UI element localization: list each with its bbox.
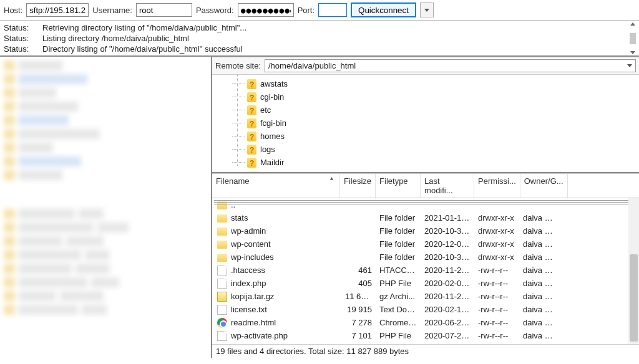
port-input[interactable] [318, 3, 347, 17]
file-row[interactable]: kopija.tar.gz11 657 ...gz Archi...2020-1… [212, 290, 639, 303]
column-owner[interactable]: Owner/G... [520, 174, 568, 198]
file-row[interactable]: .htaccess461HTACCE...2020-11-23...-rw-r-… [212, 264, 639, 277]
password-input[interactable] [238, 3, 294, 17]
tree-item[interactable]: Maildir [247, 156, 639, 169]
tree-item[interactable]: logs [247, 143, 639, 156]
txt-icon [217, 305, 227, 315]
tree-item-label: etc [260, 103, 271, 117]
file-row[interactable]: readme.html7 278Chrome ...2020-06-26...-… [212, 316, 639, 329]
file-type: Chrome ... [376, 316, 421, 329]
folder-icon [217, 254, 227, 262]
file-owner: daiva da... [519, 237, 557, 251]
unknown-folder-icon [247, 158, 256, 168]
file-name: index.php [231, 277, 266, 290]
column-filename[interactable]: Filename▲ [212, 174, 340, 198]
file-icon [217, 344, 227, 345]
tree-line [237, 75, 238, 166]
remote-pane: Remote site: /home/daiva/public_html aws… [212, 57, 639, 358]
file-row[interactable]: wp-blog-header.php351PHP File2020-02-06.… [212, 342, 639, 344]
file-name: wp-includes [231, 251, 274, 264]
password-label: Password: [196, 6, 234, 15]
log-scrollbar[interactable] [628, 22, 638, 54]
file-permissions: drwxr-xr-x [474, 211, 519, 224]
file-permissions: -rw-r--r-- [474, 277, 519, 290]
host-input[interactable] [26, 3, 89, 17]
column-modified[interactable]: Last modifi... [421, 174, 474, 198]
file-name: wp-blog-header.php [231, 342, 303, 344]
file-icon [217, 331, 227, 341]
file-modified: 2020-10-30... [421, 251, 474, 264]
scroll-thumb[interactable] [630, 254, 638, 342]
username-label: Username: [92, 6, 132, 15]
chevron-down-icon [627, 64, 632, 67]
username-input[interactable] [136, 3, 192, 17]
file-size: 7 278 [341, 316, 376, 329]
log-row: Status:Directory listing of "/home/daiva… [4, 44, 635, 54]
file-size: 11 657 ... [341, 290, 376, 303]
file-row[interactable]: license.txt19 915Text Doc...2020-02-12..… [212, 303, 639, 316]
log-row: Status:Retrieving directory listing of "… [4, 22, 635, 33]
quickconnect-button[interactable]: Quickconnect [351, 2, 416, 17]
file-permissions: -rw-r--r-- [474, 316, 519, 329]
host-label: Host: [4, 6, 22, 15]
tree-item[interactable]: fcgi-bin [247, 117, 639, 130]
file-size: 7 101 [341, 329, 376, 342]
port-label: Port: [298, 6, 315, 15]
file-row[interactable]: wp-includesFile folder2020-10-30...drwxr… [212, 251, 639, 264]
file-name: license.txt [231, 303, 267, 316]
file-permissions: -rw-r--r-- [474, 329, 519, 342]
column-filetype[interactable]: Filetype [376, 174, 421, 198]
file-name: wp-admin [231, 224, 266, 237]
file-type: Text Doc... [376, 303, 421, 316]
tree-item-label: logs [260, 143, 275, 156]
file-icon [217, 279, 227, 289]
log-row: Status:Listing directory /home/daiva/pub… [4, 33, 635, 44]
tree-item[interactable]: +public_html [236, 169, 639, 173]
file-row[interactable]: statsFile folder2021-01-11...drwxr-xr-xd… [212, 211, 639, 224]
tree-item[interactable]: awstats [247, 77, 639, 90]
file-list-header: Filename▲ Filesize Filetype Last modifi.… [212, 174, 639, 198]
file-type: PHP File [376, 329, 421, 342]
remote-path-field[interactable]: /home/daiva/public_html [265, 59, 636, 72]
file-row[interactable]: wp-activate.php7 101PHP File2020-07-28..… [212, 329, 639, 342]
remote-path-bar: Remote site: /home/daiva/public_html [212, 57, 639, 75]
file-type: File folder [376, 211, 421, 224]
file-modified: 2020-02-06... [421, 277, 474, 290]
message-log[interactable]: Status:Retrieving directory listing of "… [0, 21, 639, 57]
remote-directory-tree[interactable]: awstatscgi-binetcfcgi-binhomeslogsMaildi… [212, 75, 639, 173]
tree-item-label: cgi-bin [260, 90, 284, 103]
file-owner: daiva da... [519, 264, 557, 277]
expand-icon[interactable]: + [236, 172, 243, 173]
folder-icon [217, 214, 227, 223]
remote-site-label: Remote site: [215, 61, 261, 70]
file-list-body[interactable]: ..statsFile folder2021-01-11...drwxr-xr-… [212, 198, 639, 344]
tree-item[interactable]: etc [247, 103, 639, 117]
remote-status-bar: 19 files and 4 directories. Total size: … [212, 344, 639, 358]
file-list-scrollbar[interactable] [628, 198, 639, 344]
tree-item[interactable]: cgi-bin [247, 90, 639, 103]
file-row[interactable]: wp-contentFile folder2020-12-07...drwxr-… [212, 237, 639, 251]
column-filesize[interactable]: Filesize [340, 174, 376, 198]
file-owner: daiva da... [519, 251, 557, 264]
tree-item-label: public_html [263, 169, 304, 173]
remote-file-list: Filename▲ Filesize Filetype Last modifi.… [212, 173, 639, 358]
tree-item-label: awstats [260, 77, 288, 90]
local-pane[interactable] [0, 57, 212, 358]
file-row[interactable]: wp-adminFile folder2020-10-30...drwxr-xr… [212, 224, 639, 237]
file-modified: 2020-11-23... [421, 264, 474, 277]
scroll-thumb[interactable] [630, 33, 636, 44]
file-permissions: -rw-r--r-- [474, 290, 519, 303]
folder-icon [249, 171, 259, 173]
scroll-down-icon [630, 51, 635, 54]
unknown-folder-icon [247, 118, 256, 128]
quickconnect-history-dropdown[interactable] [420, 2, 434, 17]
file-row[interactable]: index.php405PHP File2020-02-06...-rw-r--… [212, 277, 639, 290]
column-permissions[interactable]: Permissi... [474, 174, 520, 198]
file-permissions: -rw-r--r-- [474, 342, 519, 344]
zip-icon [217, 292, 227, 302]
file-name: readme.html [231, 316, 276, 329]
file-name: wp-activate.php [231, 329, 288, 342]
tree-item[interactable]: homes [247, 130, 639, 143]
sort-indicator-icon: ▲ [329, 175, 334, 181]
file-size: 461 [341, 264, 376, 277]
